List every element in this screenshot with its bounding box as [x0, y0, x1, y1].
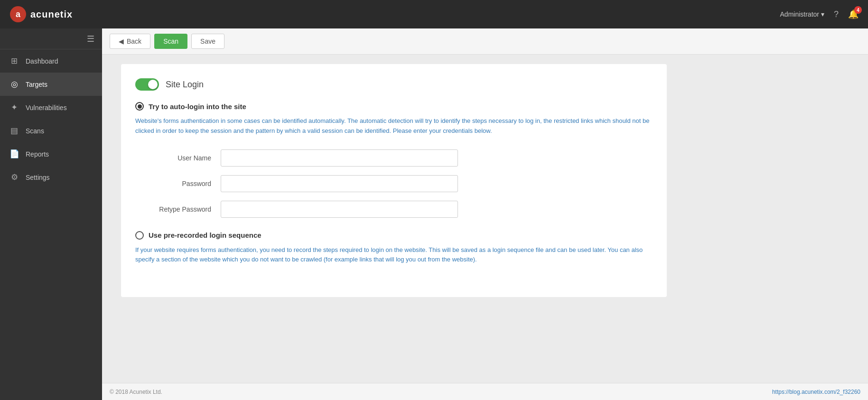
header-right: Administrator ▾ ? 🔔 4: [780, 9, 859, 19]
sidebar-item-reports[interactable]: 📄 Reports: [0, 142, 102, 166]
retype-password-field-group: Retype Password: [135, 201, 653, 218]
retype-password-label: Retype Password: [135, 205, 221, 213]
toolbar: ◀ Back Scan Save: [102, 28, 868, 55]
pre-recorded-option[interactable]: Use pre-recorded login sequence: [135, 231, 653, 240]
dashboard-icon: ⊞: [9, 56, 19, 66]
retype-password-input[interactable]: [221, 201, 458, 218]
scans-icon: ▤: [9, 126, 19, 136]
sidebar-item-dashboard[interactable]: ⊞ Dashboard: [0, 49, 102, 73]
password-input[interactable]: [221, 175, 458, 192]
sidebar-item-vulnerabilities[interactable]: ✦ Vulnerabilities: [0, 96, 102, 119]
logo-icon: a: [9, 6, 27, 23]
dropdown-arrow-icon: ▾: [821, 10, 824, 18]
pre-recorded-radio[interactable]: [135, 231, 144, 240]
footer: © 2018 Acunetix Ltd. https://blog.acunet…: [102, 383, 868, 400]
logo-text: acunetix: [30, 9, 73, 20]
site-login-header: Site Login: [135, 78, 653, 91]
username-label: User Name: [135, 154, 221, 162]
password-field-group: Password: [135, 175, 653, 192]
site-login-card: Site Login Try to auto-login into the si…: [121, 64, 667, 297]
back-arrow-icon: ◀: [119, 37, 124, 45]
username-field-group: User Name: [135, 149, 653, 167]
admin-label: Administrator: [780, 10, 819, 18]
admin-dropdown[interactable]: Administrator ▾: [780, 10, 824, 18]
auto-login-label: Try to auto-login into the site: [149, 102, 246, 111]
svg-text:a: a: [16, 9, 21, 19]
save-button[interactable]: Save: [191, 34, 224, 49]
sidebar-item-label-targets: Targets: [26, 81, 47, 88]
scan-button[interactable]: Scan: [154, 34, 187, 49]
footer-link[interactable]: https://blog.acunetix.com/2_f32260: [772, 389, 860, 395]
username-input[interactable]: [221, 149, 458, 167]
back-button[interactable]: ◀ Back: [110, 34, 150, 49]
pre-recorded-label: Use pre-recorded login sequence: [149, 231, 261, 239]
sidebar-item-label-dashboard: Dashboard: [26, 57, 58, 65]
password-label: Password: [135, 180, 221, 187]
site-login-toggle[interactable]: [135, 78, 159, 91]
sidebar-item-targets[interactable]: ◎ Targets: [0, 73, 102, 96]
notification-badge: 4: [854, 6, 862, 14]
auto-login-option[interactable]: Try to auto-login into the site: [135, 102, 653, 111]
pre-recorded-description: If your website requires forms authentic…: [135, 245, 653, 265]
main-layout: ☰ ⊞ Dashboard ◎ Targets ✦ Vulnerabilitie…: [0, 28, 868, 400]
auto-login-description: Website's forms authentication in some c…: [135, 116, 653, 136]
copyright-text: © 2018 Acunetix Ltd.: [110, 389, 162, 395]
top-header: a acunetix Administrator ▾ ? 🔔 4: [0, 0, 868, 28]
sidebar: ☰ ⊞ Dashboard ◎ Targets ✦ Vulnerabilitie…: [0, 28, 102, 400]
notification-bell-icon[interactable]: 🔔 4: [848, 9, 859, 19]
vulnerabilities-icon: ✦: [9, 102, 19, 112]
targets-icon: ◎: [9, 79, 19, 89]
reports-icon: 📄: [9, 149, 19, 159]
sidebar-item-label-vulnerabilities: Vulnerabilities: [26, 104, 67, 112]
auto-login-radio[interactable]: [135, 102, 144, 111]
logo-area: a acunetix: [9, 6, 73, 23]
sidebar-item-label-reports: Reports: [26, 150, 49, 158]
content-area: ◀ Back Scan Save Site Login: [102, 28, 868, 400]
toggle-slider: [135, 78, 159, 91]
main-content: Site Login Try to auto-login into the si…: [102, 55, 868, 383]
collapse-icon[interactable]: ☰: [87, 34, 94, 44]
sidebar-item-scans[interactable]: ▤ Scans: [0, 119, 102, 142]
settings-icon: ⚙: [9, 172, 19, 182]
help-icon[interactable]: ?: [834, 9, 839, 19]
site-login-title: Site Login: [166, 80, 204, 90]
sidebar-item-label-scans: Scans: [26, 127, 44, 135]
sidebar-item-settings[interactable]: ⚙ Settings: [0, 166, 102, 189]
sidebar-collapse-bar: ☰: [0, 28, 102, 49]
sidebar-item-label-settings: Settings: [26, 174, 50, 181]
